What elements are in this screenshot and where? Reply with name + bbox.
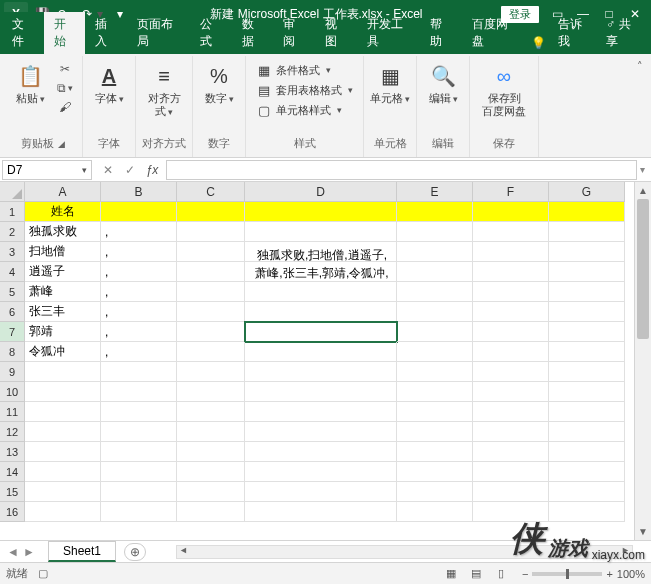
tab-formula[interactable]: 公式	[190, 12, 232, 54]
tab-review[interactable]: 审阅	[273, 12, 315, 54]
horizontal-scrollbar[interactable]	[176, 545, 633, 559]
cell[interactable]: 姓名	[25, 202, 101, 222]
cell[interactable]	[473, 362, 549, 382]
share-button[interactable]: ♂ 共享	[596, 12, 649, 54]
cell[interactable]	[549, 262, 625, 282]
cell[interactable]	[473, 302, 549, 322]
cell[interactable]	[397, 202, 473, 222]
row-header[interactable]: 13	[0, 442, 25, 462]
row-header[interactable]: 4	[0, 262, 25, 282]
cell[interactable]: 郭靖	[25, 322, 101, 342]
cell[interactable]	[549, 282, 625, 302]
cell[interactable]	[177, 382, 245, 402]
tab-data[interactable]: 数据	[232, 12, 274, 54]
cell[interactable]	[397, 502, 473, 522]
row-header[interactable]: 15	[0, 482, 25, 502]
cell[interactable]	[549, 222, 625, 242]
cell[interactable]	[473, 482, 549, 502]
cell[interactable]	[25, 462, 101, 482]
cell[interactable]	[397, 342, 473, 362]
cell[interactable]	[101, 402, 177, 422]
cell[interactable]	[549, 502, 625, 522]
cell[interactable]	[101, 442, 177, 462]
cell[interactable]	[549, 342, 625, 362]
cell[interactable]	[245, 342, 397, 362]
cell[interactable]	[397, 362, 473, 382]
cell[interactable]: 独孤求败	[25, 222, 101, 242]
cell[interactable]	[101, 382, 177, 402]
vertical-scrollbar[interactable]: ▲ ▼	[634, 182, 651, 540]
cell[interactable]	[549, 422, 625, 442]
normal-view-icon[interactable]: ▦	[440, 567, 462, 580]
cut-icon[interactable]: ✂	[54, 60, 76, 78]
cell[interactable]	[397, 442, 473, 462]
cell[interactable]	[245, 222, 397, 242]
cell[interactable]	[177, 222, 245, 242]
cell[interactable]	[177, 282, 245, 302]
cell[interactable]	[177, 422, 245, 442]
cell[interactable]: ,	[101, 322, 177, 342]
cell[interactable]	[245, 462, 397, 482]
cell[interactable]	[473, 442, 549, 462]
cell[interactable]	[473, 342, 549, 362]
cell[interactable]	[549, 442, 625, 462]
cell[interactable]	[549, 242, 625, 262]
cell[interactable]	[101, 202, 177, 222]
copy-icon[interactable]: ⧉▾	[54, 79, 76, 97]
scroll-thumb[interactable]	[637, 199, 649, 339]
cell[interactable]	[245, 322, 397, 342]
cell[interactable]: 令狐冲	[25, 342, 101, 362]
cell[interactable]	[177, 302, 245, 322]
cell[interactable]	[549, 362, 625, 382]
cell-styles-button[interactable]: ▢单元格样式▾	[252, 100, 357, 120]
tab-file[interactable]: 文件	[2, 12, 44, 54]
cell[interactable]	[177, 462, 245, 482]
cell[interactable]	[101, 422, 177, 442]
row-header[interactable]: 12	[0, 422, 25, 442]
scroll-down-icon[interactable]: ▼	[635, 523, 651, 540]
col-header[interactable]: E	[397, 182, 473, 202]
cell[interactable]	[25, 402, 101, 422]
number-button[interactable]: % 数字▾	[199, 60, 239, 105]
zoom-slider[interactable]	[532, 572, 602, 576]
align-button[interactable]: ≡ 对齐方式▾	[144, 60, 184, 117]
cell[interactable]	[25, 502, 101, 522]
cell[interactable]	[397, 422, 473, 442]
format-painter-icon[interactable]: 🖌	[54, 98, 76, 116]
row-header[interactable]: 16	[0, 502, 25, 522]
cell[interactable]	[177, 362, 245, 382]
cell[interactable]	[473, 402, 549, 422]
cell[interactable]	[397, 402, 473, 422]
cell[interactable]	[245, 422, 397, 442]
paste-button[interactable]: 📋 粘贴▾	[10, 60, 50, 105]
table-format-button[interactable]: ▤套用表格格式▾	[252, 80, 357, 100]
row-header[interactable]: 5	[0, 282, 25, 302]
cell[interactable]	[549, 322, 625, 342]
cell[interactable]: ,	[101, 302, 177, 322]
cell[interactable]	[245, 202, 397, 222]
cell[interactable]: ,	[101, 242, 177, 262]
cell[interactable]	[25, 442, 101, 462]
cell[interactable]: 逍遥子	[25, 262, 101, 282]
editing-button[interactable]: 🔍 编辑▾	[423, 60, 463, 105]
cell[interactable]	[473, 282, 549, 302]
cell[interactable]	[549, 302, 625, 322]
formula-bar[interactable]	[166, 160, 637, 180]
cell[interactable]	[101, 482, 177, 502]
cell[interactable]	[177, 242, 245, 262]
cell[interactable]	[549, 202, 625, 222]
cell[interactable]	[25, 422, 101, 442]
cells-button[interactable]: ▦ 单元格▾	[370, 60, 410, 105]
cell[interactable]	[245, 442, 397, 462]
cell[interactable]	[397, 382, 473, 402]
col-header[interactable]: F	[473, 182, 549, 202]
cell[interactable]	[177, 202, 245, 222]
cell[interactable]	[473, 422, 549, 442]
cell[interactable]	[177, 322, 245, 342]
cell[interactable]	[473, 222, 549, 242]
macro-record-icon[interactable]: ▢	[38, 567, 48, 580]
font-button[interactable]: A 字体▾	[89, 60, 129, 105]
row-header[interactable]: 2	[0, 222, 25, 242]
cancel-edit-icon[interactable]: ✕	[98, 160, 118, 180]
sheet-nav-prev-icon[interactable]: ◄	[6, 545, 20, 559]
